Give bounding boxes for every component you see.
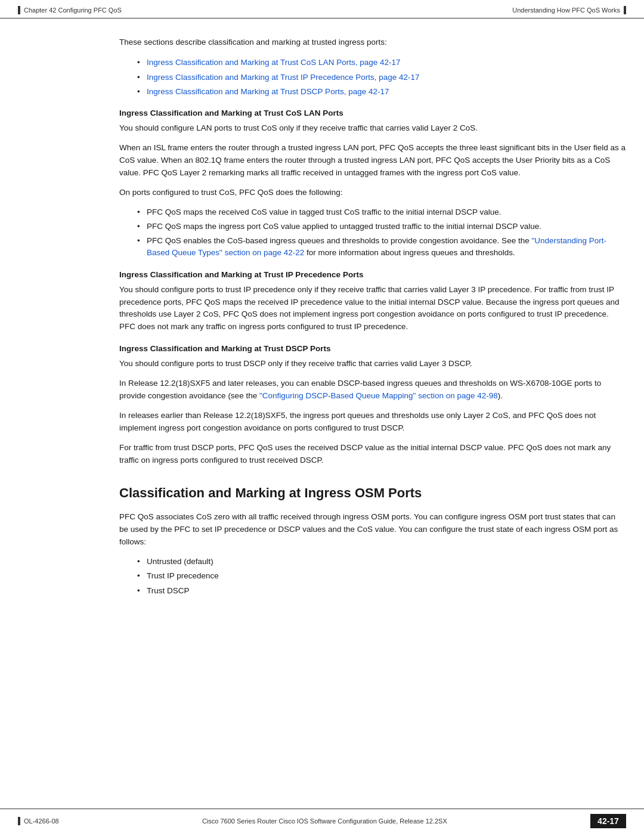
header-left: Chapter 42 Configuring PFC QoS [18, 6, 122, 14]
osm-bullet2: Trust IP precedence [137, 570, 626, 582]
footer-left: OL-4266-08 [18, 817, 59, 825]
footer-doc-id: OL-4266-08 [24, 817, 59, 825]
page-header: Chapter 42 Configuring PFC QoS Understan… [0, 0, 644, 18]
link-2[interactable]: Ingress Classification and Marking at Tr… [147, 87, 389, 96]
section-ip-prec: Ingress Classification and Marking at Tr… [119, 270, 626, 334]
dscp-para1: You should configure ports to trust DSCP… [119, 358, 626, 370]
cos-lan-bullets: PFC QoS maps the received CoS value in t… [137, 206, 626, 259]
intro-paragraph: These sections describe classification a… [119, 36, 626, 48]
link-item-1: Ingress Classification and Marking at Tr… [137, 72, 626, 83]
cos-lan-bullet1: PFC QoS maps the received CoS value in t… [137, 206, 626, 218]
link-item-2: Ingress Classification and Marking at Tr… [137, 86, 626, 98]
page-number: 42-17 [590, 814, 626, 828]
header-right-text: Understanding How PFC QoS Works [512, 7, 620, 14]
osm-para1: PFC QoS associates CoS zero with all tra… [119, 511, 626, 549]
cos-lan-para1: You should configure LAN ports to trust … [119, 122, 626, 135]
cos-lan-para2: When an ISL frame enters the router thro… [119, 142, 626, 179]
cos-lan-para3: On ports configured to trust CoS, PFC Qo… [119, 187, 626, 199]
link-1[interactable]: Ingress Classification and Marking at Tr… [147, 73, 420, 82]
main-section-title: Classification and Marking at Ingress OS… [119, 485, 626, 502]
dscp-para4: For traffic from trust DSCP ports, PFC Q… [119, 442, 626, 467]
ip-prec-heading: Ingress Classification and Marking at Tr… [119, 270, 626, 279]
queue-types-link[interactable]: "Understanding Port-Based Queue Types" s… [147, 236, 606, 257]
content-area: These sections describe classification a… [0, 18, 644, 655]
footer-bar [18, 817, 20, 825]
header-left-bar [18, 6, 20, 14]
cos-lan-bullet2: PFC QoS maps the ingress port CoS value … [137, 221, 626, 233]
ip-prec-para1: You should configure ports to trust IP p… [119, 284, 626, 334]
header-right: Understanding How PFC QoS Works [512, 6, 626, 14]
header-right-bar [624, 6, 626, 14]
link-0[interactable]: Ingress Classification and Marking at Tr… [147, 58, 400, 67]
links-list: Ingress Classification and Marking at Tr… [137, 57, 626, 98]
dscp-heading: Ingress Classification and Marking at Tr… [119, 344, 626, 353]
dscp-mapping-link[interactable]: "Configuring DSCP-Based Queue Mapping" s… [259, 391, 498, 400]
cos-lan-heading: Ingress Classification and Marking at Tr… [119, 109, 626, 117]
osm-bullet1: Untrusted (default) [137, 556, 626, 568]
osm-bullets: Untrusted (default) Trust IP precedence … [137, 556, 626, 597]
page-footer: OL-4266-08 Cisco 7600 Series Router Cisc… [0, 809, 644, 833]
cos-lan-bullet3: PFC QoS enables the CoS-based ingress qu… [137, 235, 626, 259]
section-cos-lan: Ingress Classification and Marking at Tr… [119, 109, 626, 259]
dscp-para2: In Release 12.2(18)SXF5 and later releas… [119, 377, 626, 402]
dscp-para3: In releases earlier than Release 12.2(18… [119, 410, 626, 435]
footer-center: Cisco 7600 Series Router Cisco IOS Softw… [59, 817, 590, 825]
link-item-0: Ingress Classification and Marking at Tr… [137, 57, 626, 69]
osm-bullet3: Trust DSCP [137, 585, 626, 597]
header-left-text: Chapter 42 Configuring PFC QoS [24, 7, 122, 14]
section-dscp: Ingress Classification and Marking at Tr… [119, 344, 626, 466]
